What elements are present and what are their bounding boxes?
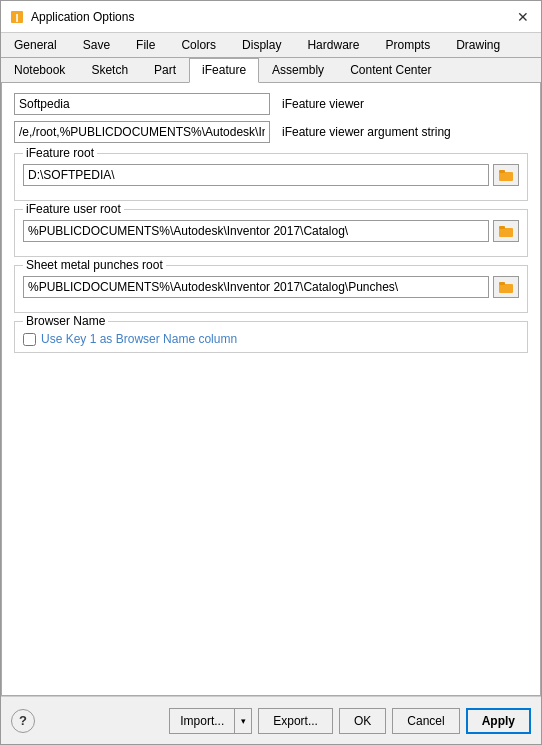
viewer-name-input[interactable] xyxy=(14,93,270,115)
ifeature-user-root-input[interactable] xyxy=(23,220,489,242)
browser-name-checkbox[interactable] xyxy=(23,333,36,346)
tab-assembly[interactable]: Assembly xyxy=(259,58,337,82)
content-area: iFeature viewer iFeature viewer argument… xyxy=(1,83,541,696)
folder-icon xyxy=(498,167,514,183)
viewer-name-row: iFeature viewer xyxy=(14,93,528,115)
ifeature-user-root-group: iFeature user root xyxy=(14,209,528,257)
tab-ifeature[interactable]: iFeature xyxy=(189,58,259,83)
tab-file[interactable]: File xyxy=(123,33,168,57)
close-button[interactable]: ✕ xyxy=(513,7,533,27)
svg-rect-6 xyxy=(499,284,513,293)
tabs-row-1: General Save File Colors Display Hardwar… xyxy=(1,33,541,58)
app-icon: I xyxy=(9,9,25,25)
export-button[interactable]: Export... xyxy=(258,708,333,734)
folder-icon xyxy=(498,223,514,239)
tab-part[interactable]: Part xyxy=(141,58,189,82)
tab-display[interactable]: Display xyxy=(229,33,294,57)
viewer-arg-label: iFeature viewer argument string xyxy=(278,121,528,143)
tab-colors[interactable]: Colors xyxy=(168,33,229,57)
application-options-dialog: I Application Options ✕ General Save Fil… xyxy=(0,0,542,745)
title-bar: I Application Options ✕ xyxy=(1,1,541,33)
apply-button[interactable]: Apply xyxy=(466,708,531,734)
sheet-metal-root-row xyxy=(23,276,519,298)
sheet-metal-root-browse-button[interactable] xyxy=(493,276,519,298)
svg-rect-5 xyxy=(499,226,505,229)
ifeature-root-label: iFeature root xyxy=(23,146,97,160)
svg-rect-4 xyxy=(499,228,513,237)
browser-name-checkbox-label: Use Key 1 as Browser Name column xyxy=(41,332,237,346)
tab-save[interactable]: Save xyxy=(70,33,123,57)
svg-rect-7 xyxy=(499,282,505,285)
footer: ? Import... ▾ Export... OK Cancel Apply xyxy=(1,696,541,744)
folder-icon xyxy=(498,279,514,295)
help-button[interactable]: ? xyxy=(11,709,35,733)
tab-content-center[interactable]: Content Center xyxy=(337,58,444,82)
ifeature-user-root-label: iFeature user root xyxy=(23,202,124,216)
browser-name-checkbox-row: Use Key 1 as Browser Name column xyxy=(23,332,519,346)
svg-rect-3 xyxy=(499,170,505,173)
sheet-metal-root-group: Sheet metal punches root xyxy=(14,265,528,313)
cancel-button[interactable]: Cancel xyxy=(392,708,459,734)
import-wrap: Import... ▾ xyxy=(169,708,252,734)
sheet-metal-root-input[interactable] xyxy=(23,276,489,298)
tab-hardware[interactable]: Hardware xyxy=(294,33,372,57)
tab-notebook[interactable]: Notebook xyxy=(1,58,78,82)
viewer-label: iFeature viewer xyxy=(278,93,528,115)
import-button[interactable]: Import... xyxy=(169,708,234,734)
tab-prompts[interactable]: Prompts xyxy=(372,33,443,57)
ifeature-root-row xyxy=(23,164,519,186)
ifeature-root-browse-button[interactable] xyxy=(493,164,519,186)
ifeature-user-root-browse-button[interactable] xyxy=(493,220,519,242)
ifeature-root-group: iFeature root xyxy=(14,153,528,201)
svg-text:I: I xyxy=(15,12,18,24)
viewer-arg-row: iFeature viewer argument string xyxy=(14,121,528,143)
tab-drawing[interactable]: Drawing xyxy=(443,33,513,57)
sheet-metal-root-label: Sheet metal punches root xyxy=(23,258,166,272)
tab-general[interactable]: General xyxy=(1,33,70,57)
ifeature-root-input[interactable] xyxy=(23,164,489,186)
tab-sketch[interactable]: Sketch xyxy=(78,58,141,82)
ok-button[interactable]: OK xyxy=(339,708,386,734)
browser-name-group: Browser Name Use Key 1 as Browser Name c… xyxy=(14,321,528,353)
viewer-arg-input[interactable] xyxy=(14,121,270,143)
dialog-title: Application Options xyxy=(31,10,513,24)
tabs-row-2: Notebook Sketch Part iFeature Assembly C… xyxy=(1,58,541,83)
browser-name-label: Browser Name xyxy=(23,314,108,328)
svg-rect-2 xyxy=(499,172,513,181)
import-arrow-button[interactable]: ▾ xyxy=(234,708,252,734)
ifeature-user-root-row xyxy=(23,220,519,242)
